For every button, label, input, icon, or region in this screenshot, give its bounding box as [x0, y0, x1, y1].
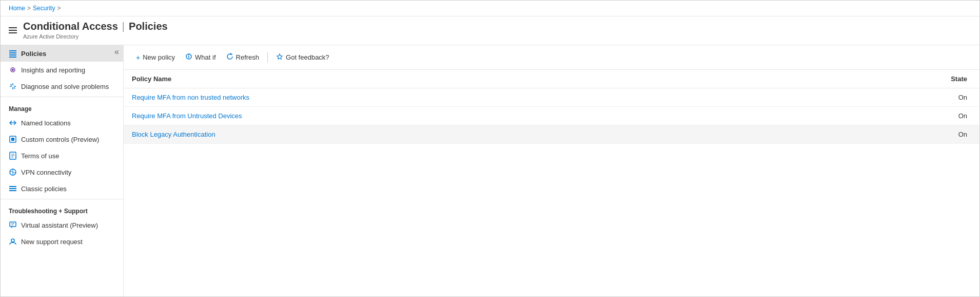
sidebar-item-terms[interactable]: Terms of use	[1, 147, 123, 164]
terms-icon	[9, 152, 17, 160]
svg-point-5	[12, 69, 14, 71]
title-area: Conditional Access | Policies Azure Acti…	[1, 16, 979, 45]
what-if-icon	[185, 53, 192, 62]
sidebar-item-policies[interactable]: Policies	[1, 45, 123, 62]
policy-name-link[interactable]: Require MFA from Untrusted Devices	[132, 112, 242, 120]
col-state: State	[795, 70, 979, 88]
sidebar: « Policies Insights and reporting	[1, 45, 124, 296]
main-layout: « Policies Insights and reporting	[1, 45, 979, 296]
policy-name-cell: Require MFA from Untrusted Devices	[124, 107, 795, 125]
sidebar-item-insights[interactable]: Insights and reporting	[1, 62, 123, 78]
insights-icon	[9, 66, 17, 74]
breadcrumb-bar: Home > Security >	[1, 1, 979, 16]
title-divider: |	[122, 21, 125, 32]
title-subtitle: Azure Active Directory	[23, 33, 168, 40]
sidebar-classic-label: Classic policies	[21, 185, 67, 193]
new-policy-icon: +	[136, 53, 140, 62]
table-row: Require MFA from Untrusted DevicesOn	[124, 107, 979, 125]
policy-state-cell: On	[795, 88, 979, 107]
custom-controls-icon	[9, 135, 17, 143]
table-row: Block Legacy AuthenticationOn	[124, 125, 979, 144]
policy-state-cell: On	[795, 107, 979, 125]
toolbar: + New policy What if Refresh	[124, 45, 979, 70]
breadcrumb-home[interactable]: Home	[9, 5, 25, 12]
feedback-label: Got feedback?	[286, 53, 329, 61]
svg-rect-24	[10, 222, 16, 227]
feedback-icon	[276, 53, 283, 62]
sidebar-item-named-locations[interactable]: Named locations	[1, 115, 123, 131]
named-locations-icon	[9, 119, 17, 127]
table-area: Policy Name State Require MFA from non t…	[124, 70, 979, 296]
sidebar-item-virtual-assistant[interactable]: Virtual assistant (Preview)	[1, 217, 123, 233]
breadcrumb-security[interactable]: Security	[33, 5, 55, 12]
breadcrumb: Home > Security >	[9, 5, 61, 12]
what-if-label: What if	[195, 53, 215, 61]
sidebar-policies-label: Policies	[21, 50, 46, 58]
sidebar-vpn-label: VPN connectivity	[21, 169, 71, 176]
diagnose-icon	[9, 82, 17, 90]
classic-icon	[9, 184, 17, 193]
hamburger-icon[interactable]	[9, 27, 17, 33]
policy-name-cell: Require MFA from non trusted networks	[124, 88, 795, 107]
svg-point-29	[188, 54, 189, 55]
title-main-label: Conditional Access	[23, 21, 118, 32]
svg-rect-22	[9, 188, 16, 189]
sidebar-terms-label: Terms of use	[21, 152, 59, 160]
title-section-label: Policies	[129, 21, 168, 32]
svg-rect-1	[9, 52, 16, 53]
svg-rect-2	[9, 54, 16, 55]
page-wrapper: Home > Security > Conditional Access | P…	[0, 0, 980, 297]
svg-line-11	[14, 87, 15, 89]
sidebar-collapse-button[interactable]: «	[114, 47, 119, 57]
policies-icon	[9, 49, 17, 58]
refresh-label: Refresh	[236, 53, 260, 61]
sidebar-support-label: New support request	[21, 238, 83, 246]
svg-rect-21	[9, 186, 16, 187]
svg-rect-0	[9, 50, 16, 51]
toolbar-separator	[267, 52, 268, 63]
support-icon	[9, 237, 17, 246]
sidebar-item-vpn[interactable]: VPN connectivity	[1, 164, 123, 180]
troubleshoot-section-header: Troubleshooting + Support	[1, 201, 123, 217]
new-policy-button[interactable]: + New policy	[132, 51, 179, 64]
sidebar-diagnose-label: Diagnose and solve problems	[21, 83, 109, 90]
breadcrumb-sep2: >	[57, 5, 61, 12]
policy-table: Policy Name State Require MFA from non t…	[124, 70, 979, 144]
feedback-button[interactable]: Got feedback?	[272, 50, 334, 64]
svg-rect-23	[9, 190, 16, 191]
svg-point-27	[11, 239, 14, 242]
svg-rect-14	[11, 138, 14, 141]
troubleshoot-divider	[1, 199, 123, 199]
title-text: Conditional Access | Policies Azure Acti…	[23, 21, 168, 40]
col-policy-name: Policy Name	[124, 70, 795, 88]
page-title: Conditional Access | Policies	[23, 21, 168, 32]
policy-name-link[interactable]: Require MFA from non trusted networks	[132, 94, 249, 101]
manage-section-header: Manage	[1, 99, 123, 115]
sidebar-item-custom-controls[interactable]: Custom controls (Preview)	[1, 131, 123, 147]
vpn-icon	[9, 168, 17, 176]
breadcrumb-sep1: >	[27, 5, 31, 12]
table-row: Require MFA from non trusted networksOn	[124, 88, 979, 107]
sidebar-item-new-support[interactable]: New support request	[1, 233, 123, 250]
sidebar-custom-label: Custom controls (Preview)	[21, 136, 99, 143]
svg-line-10	[11, 84, 12, 86]
new-policy-label: New policy	[143, 53, 175, 61]
sidebar-named-label: Named locations	[21, 119, 71, 127]
refresh-button[interactable]: Refresh	[222, 50, 264, 64]
refresh-icon	[226, 53, 233, 62]
policy-name-cell: Block Legacy Authentication	[124, 125, 795, 144]
sidebar-insights-label: Insights and reporting	[21, 66, 85, 74]
policy-state-cell: On	[795, 125, 979, 144]
sidebar-item-classic[interactable]: Classic policies	[1, 180, 123, 197]
sidebar-virtual-label: Virtual assistant (Preview)	[21, 221, 98, 229]
policy-name-link[interactable]: Block Legacy Authentication	[132, 131, 215, 138]
manage-divider	[1, 97, 123, 97]
what-if-button[interactable]: What if	[181, 50, 220, 64]
virtual-assistant-icon	[9, 221, 17, 229]
sidebar-item-diagnose[interactable]: Diagnose and solve problems	[1, 78, 123, 95]
content-area: + New policy What if Refresh	[124, 45, 979, 296]
svg-rect-3	[9, 57, 16, 58]
